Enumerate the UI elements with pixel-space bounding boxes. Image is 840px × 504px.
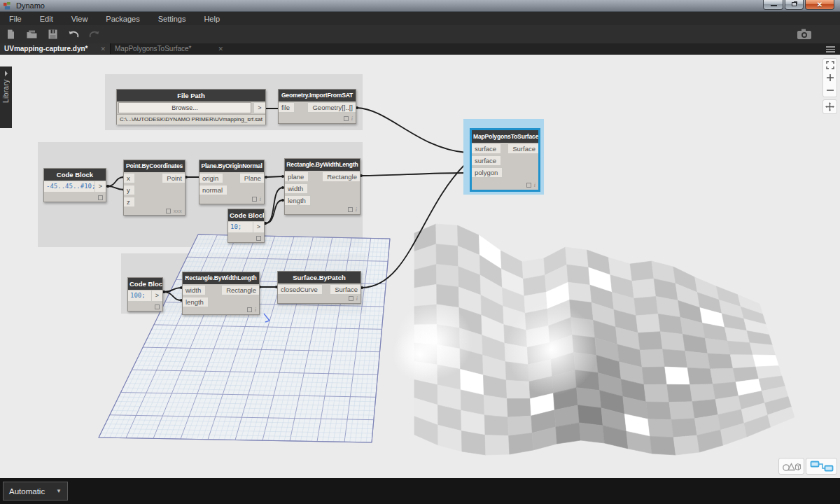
node-title[interactable]: Point.ByCoordinates — [124, 160, 185, 172]
close-icon: ✕ — [806, 0, 834, 9]
output-port[interactable]: > — [151, 290, 162, 302]
output-port[interactable]: > — [253, 102, 265, 113]
output-port[interactable]: > — [94, 181, 106, 192]
pan-button[interactable] — [824, 100, 836, 113]
node-rectangle-bywidthlength-2[interactable]: Rectangle.ByWidthLength width Rectangle … — [182, 272, 260, 315]
code-input[interactable]: 10; — [228, 221, 253, 233]
undo-button[interactable] — [63, 27, 84, 42]
node-graph-canvas[interactable]: Library File Path Browse... > C:\...\AUT… — [0, 55, 840, 478]
input-port-y[interactable]: y — [124, 185, 135, 195]
tab-close-icon[interactable]: ✕ — [218, 46, 223, 52]
node-title[interactable]: File Path — [117, 90, 265, 102]
input-port-normal[interactable]: normal — [200, 185, 227, 195]
node-mappolygonstosurface[interactable]: MapPolygonsToSurface surface Surface sur… — [470, 128, 540, 192]
open-file-button[interactable] — [21, 27, 42, 42]
node-title[interactable]: Code Block — [44, 169, 106, 181]
input-port-polygon[interactable]: polygon — [472, 167, 503, 178]
title-bar: Dynamo ✕ — [0, 0, 840, 12]
menu-packages[interactable]: Packages — [106, 15, 139, 23]
preview-checkbox-icon[interactable] — [155, 304, 160, 309]
run-mode-dropdown[interactable]: Automatic ▼ — [3, 482, 68, 500]
tab-mappolygonstosurface[interactable]: MapPolygonsToSurface* ✕ — [110, 43, 227, 54]
preview-checkbox-icon[interactable] — [526, 183, 531, 188]
node-title[interactable]: Plane.ByOriginNormal — [200, 160, 264, 172]
menu-file[interactable]: File — [9, 15, 22, 23]
input-port-x[interactable]: x — [124, 173, 135, 183]
output-port-geometry[interactable]: Geometry[]..[] — [307, 102, 356, 113]
graph-view-button[interactable] — [806, 458, 837, 475]
output-port-rectangle[interactable]: Rectangle — [322, 172, 360, 182]
zoom-out-button[interactable] — [824, 84, 836, 97]
preview-checkbox-icon[interactable] — [349, 296, 354, 301]
output-port-rectangle[interactable]: Rectangle — [221, 285, 259, 295]
input-port-length[interactable]: length — [183, 297, 209, 307]
node-title[interactable]: Code Block — [228, 209, 264, 221]
preview-checkbox-icon[interactable] — [247, 307, 252, 312]
tab-uvmapping-capture[interactable]: UVmapping-capture.dyn* ✕ — [0, 43, 110, 54]
node-rectangle-bywidthlength[interactable]: Rectangle.ByWidthLength plane Rectangle … — [284, 158, 360, 215]
window-title: Dynamo — [16, 0, 45, 11]
tab-close-icon[interactable]: ✕ — [100, 46, 106, 52]
node-code-block-range[interactable]: Code Block -45..45..#10; > — [43, 168, 106, 202]
restore-icon — [792, 2, 797, 6]
preview-checkbox-icon[interactable] — [256, 236, 261, 241]
zoom-in-button[interactable] — [824, 71, 836, 84]
preview-checkbox-icon[interactable] — [166, 209, 171, 214]
node-title[interactable]: Rectangle.ByWidthLength — [285, 159, 360, 171]
preview-checkbox-icon[interactable] — [252, 197, 257, 202]
output-port-point[interactable]: Point — [162, 173, 185, 183]
node-surface-bypatch[interactable]: Surface.ByPatch closedCurve Surface i — [277, 271, 361, 304]
pan-control — [822, 99, 837, 114]
input-port-plane[interactable]: plane — [285, 172, 309, 182]
input-port-origin[interactable]: origin — [200, 173, 223, 183]
menu-edit[interactable]: Edit — [40, 15, 53, 23]
input-port-z[interactable]: z — [124, 197, 135, 207]
wire-connector[interactable] — [362, 163, 466, 288]
input-port-length[interactable]: length — [285, 195, 311, 206]
menu-help[interactable]: Help — [204, 15, 220, 23]
node-geometry-importfromsat[interactable]: Geometry.ImportFromSAT file Geometry[]..… — [278, 89, 356, 124]
input-port-file[interactable]: file — [279, 102, 295, 113]
new-file-button[interactable] — [0, 27, 21, 42]
input-port-closedcurve[interactable]: closedCurve — [278, 284, 323, 295]
menu-view[interactable]: View — [71, 15, 88, 23]
input-port-surface[interactable]: surface — [472, 144, 501, 154]
input-port-width[interactable]: width — [183, 285, 206, 295]
minimize-button[interactable] — [763, 0, 783, 10]
input-port-width[interactable]: width — [285, 183, 308, 194]
node-title[interactable]: Surface.ByPatch — [278, 272, 360, 284]
node-title[interactable]: MapPolygonsToSurface — [472, 130, 538, 143]
node-plane-byoriginnormal[interactable]: Plane.ByOriginNormal origin Plane normal… — [199, 160, 265, 204]
output-port[interactable]: > — [253, 221, 264, 233]
redo-button[interactable] — [84, 27, 105, 42]
tab-list-menu-icon[interactable] — [826, 46, 835, 54]
input-port-surface-2[interactable]: surface — [472, 155, 501, 166]
restore-button[interactable] — [785, 0, 804, 10]
node-title[interactable]: Code Block — [128, 278, 162, 290]
node-point-bycoordinates[interactable]: Point.ByCoordinates x Point y z xxx — [123, 160, 186, 216]
zoom-fit-button[interactable] — [824, 59, 836, 71]
node-code-block-100[interactable]: Code Block 100; > — [127, 277, 163, 312]
node-file-path[interactable]: File Path Browse... > C:\...\AUTODESK\DY… — [116, 89, 266, 125]
wire-connector[interactable] — [361, 173, 466, 176]
preview-checkbox-icon[interactable] — [348, 207, 353, 212]
node-title[interactable]: Geometry.ImportFromSAT — [279, 90, 356, 102]
library-panel-tab[interactable]: Library — [0, 66, 12, 128]
output-port-plane[interactable]: Plane — [239, 173, 264, 183]
file-path-value: C:\...\AUTODESK\DYNAMO PRIMER\UVmapping_… — [117, 114, 265, 125]
export-screenshot-button[interactable] — [797, 27, 812, 43]
output-port-surface[interactable]: Surface — [507, 144, 538, 154]
node-title[interactable]: Rectangle.ByWidthLength — [183, 272, 259, 284]
close-button[interactable]: ✕ — [805, 0, 834, 10]
node-code-block-10[interactable]: Code Block 10; > — [227, 209, 265, 243]
code-input[interactable]: -45..45..#10; — [44, 181, 94, 192]
preview-checkbox-icon[interactable] — [344, 116, 349, 121]
browse-button[interactable]: Browse... — [118, 102, 251, 113]
wire-connector[interactable] — [357, 108, 466, 153]
output-port-surface[interactable]: Surface — [330, 284, 360, 295]
save-button[interactable] — [42, 27, 63, 42]
preview-checkbox-icon[interactable] — [98, 195, 103, 200]
code-input[interactable]: 100; — [128, 290, 151, 302]
menu-settings[interactable]: Settings — [158, 15, 186, 23]
geometry-view-button[interactable] — [778, 458, 804, 475]
